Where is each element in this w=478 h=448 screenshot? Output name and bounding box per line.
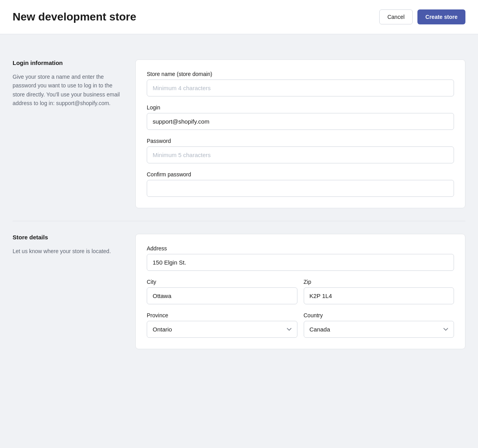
country-select-wrapper: Canada United States bbox=[304, 321, 454, 338]
city-group: City bbox=[147, 279, 297, 304]
password-label: Password bbox=[147, 138, 454, 144]
login-label: Login bbox=[147, 104, 454, 111]
city-label: City bbox=[147, 279, 297, 285]
province-label: Province bbox=[147, 312, 297, 318]
header-actions: Cancel Create store bbox=[379, 9, 465, 24]
login-input[interactable] bbox=[147, 113, 454, 130]
province-group: Province Alberta British Columbia Manito… bbox=[147, 312, 297, 338]
login-section-title: Login information bbox=[13, 59, 123, 66]
zip-input[interactable] bbox=[304, 287, 454, 304]
province-select[interactable]: Alberta British Columbia Manitoba New Br… bbox=[147, 321, 297, 338]
province-select-wrapper: Alberta British Columbia Manitoba New Br… bbox=[147, 321, 297, 338]
page-header: New development store Cancel Create stor… bbox=[0, 0, 478, 34]
confirm-password-group: Confirm password bbox=[147, 171, 454, 197]
address-input[interactable] bbox=[147, 254, 454, 271]
cancel-button[interactable]: Cancel bbox=[379, 9, 413, 24]
login-section-form: Store name (store domain) Login Password… bbox=[135, 59, 465, 208]
country-select[interactable]: Canada United States bbox=[304, 321, 454, 338]
create-store-button[interactable]: Create store bbox=[417, 9, 465, 24]
login-section-description: Give your store a name and enter the pas… bbox=[13, 72, 123, 108]
store-details-form: Address City Zip Province bbox=[135, 234, 465, 349]
city-input[interactable] bbox=[147, 287, 297, 304]
store-details-title: Store details bbox=[13, 234, 123, 241]
page-content: Login information Give your store a name… bbox=[0, 34, 478, 374]
store-name-input[interactable] bbox=[147, 80, 454, 96]
country-label: Country bbox=[304, 312, 454, 318]
store-details-section: Store details Let us know where your sto… bbox=[13, 221, 465, 362]
zip-group: Zip bbox=[304, 279, 454, 304]
password-input[interactable] bbox=[147, 146, 454, 163]
login-group: Login bbox=[147, 104, 454, 130]
password-group: Password bbox=[147, 138, 454, 163]
confirm-password-label: Confirm password bbox=[147, 171, 454, 178]
city-zip-row: City Zip bbox=[147, 279, 454, 304]
page-title: New development store bbox=[13, 11, 136, 23]
store-name-label: Store name (store domain) bbox=[147, 71, 454, 77]
zip-label: Zip bbox=[304, 279, 454, 285]
login-section-info: Login information Give your store a name… bbox=[13, 59, 123, 208]
store-details-description: Let us know where your store is located. bbox=[13, 247, 123, 255]
province-country-row: Province Alberta British Columbia Manito… bbox=[147, 312, 454, 338]
login-section: Login information Give your store a name… bbox=[13, 47, 465, 221]
address-label: Address bbox=[147, 245, 454, 252]
store-details-section-info: Store details Let us know where your sto… bbox=[13, 234, 123, 349]
address-group: Address bbox=[147, 245, 454, 271]
confirm-password-input[interactable] bbox=[147, 180, 454, 197]
store-name-group: Store name (store domain) bbox=[147, 71, 454, 96]
country-group: Country Canada United States bbox=[304, 312, 454, 338]
